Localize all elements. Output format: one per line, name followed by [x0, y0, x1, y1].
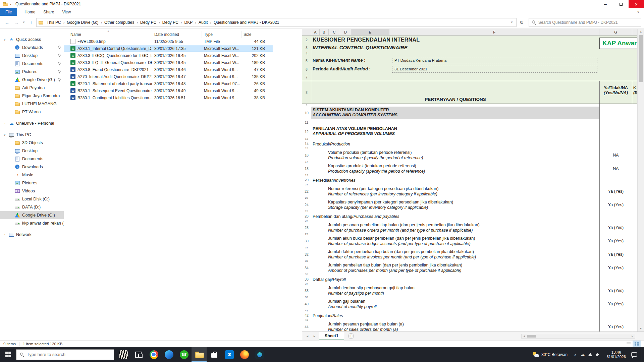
row-number[interactable]: 2 [302, 36, 311, 44]
sidebar-item-documents[interactable]: Documents [0, 155, 64, 163]
row-number[interactable]: 18 [302, 163, 311, 174]
column-header-date-modified[interactable]: Date modified [152, 31, 202, 38]
minimize-button[interactable]: – [598, 0, 613, 8]
sidebar-item-adi-priyatna[interactable]: Adi Priyatna [0, 84, 64, 92]
row-number[interactable]: 32 [302, 249, 311, 260]
row-number[interactable]: 24 [302, 199, 311, 210]
sidebar-item-downloads[interactable]: Downloads [0, 163, 64, 171]
row-number[interactable]: 38 [302, 285, 311, 296]
taskbar-app-chrome[interactable] [146, 347, 161, 362]
sidebar-item-kkp-anwar-dan-rekan-1[interactable]: kkp anwar dan rekan (\\1 [0, 219, 64, 227]
up-button[interactable]: ↑ [27, 18, 36, 27]
sidebar-item-google-drive-g[interactable]: Google Drive (G:) [0, 211, 64, 219]
spreadsheet-column-E[interactable]: E [351, 29, 389, 35]
sheet-nav-right-icon[interactable]: ► [312, 335, 317, 338]
row-number[interactable]: 12 [302, 125, 311, 138]
menu-file[interactable]: File [0, 8, 17, 16]
forward-button[interactable]: → [12, 18, 21, 27]
row-number[interactable]: 42 [302, 312, 311, 319]
column-header-size[interactable]: Size [241, 31, 268, 38]
spreadsheet-column-G[interactable]: G [599, 29, 632, 35]
row-number[interactable]: 28 [302, 222, 311, 233]
back-button[interactable]: ← [3, 18, 11, 27]
spreadsheet-column-B[interactable]: B [320, 29, 329, 35]
row-number[interactable]: 44 [302, 321, 311, 331]
row-number[interactable]: 3 [302, 44, 311, 51]
breadcrumb-separator-icon[interactable]: › [100, 20, 102, 24]
sheet-nav-left-icon[interactable]: ◄ [305, 335, 310, 338]
file-row-a230-1-internal-control-questionnaire-d[interactable]: XA230.1_Internal Control Questionnaire_D… [64, 45, 273, 52]
scroll-down-icon[interactable]: ▼ [638, 326, 644, 331]
column-header-type[interactable]: Type [202, 31, 241, 38]
menu-home[interactable]: Home [20, 8, 39, 16]
row-number[interactable]: 30 [302, 235, 311, 247]
row-number[interactable]: 8 [302, 81, 311, 104]
row-number[interactable]: 16 [302, 149, 311, 161]
taskbar-search-input[interactable] [27, 352, 110, 357]
row-number[interactable]: 10 [302, 107, 311, 119]
sidebar-section-onedrive-personal[interactable]: ›OneDrive - Personal [0, 119, 64, 127]
scroll-right-icon[interactable]: ► [630, 335, 635, 337]
close-button[interactable]: × [629, 0, 644, 8]
row-number[interactable]: 11 [302, 119, 311, 125]
menu-share[interactable]: Share [39, 8, 58, 16]
sheet-tab-sheet1[interactable]: Sheet1 [319, 332, 344, 340]
onedrive-tray-icon[interactable]: ☁ [580, 352, 585, 357]
explorer-search[interactable] [529, 18, 641, 27]
network-icon[interactable] [588, 353, 593, 356]
menu-view[interactable]: View [58, 8, 75, 16]
sidebar-item-pictures[interactable]: Pictures [0, 68, 64, 76]
row-number[interactable]: 5 [302, 56, 311, 65]
sidebar-item-music[interactable]: Music [0, 171, 64, 179]
add-sheet-button[interactable]: + [348, 333, 354, 339]
breadcrumb-item-other-computers[interactable]: Other computers [103, 20, 136, 25]
sidebar-item-google-drive-g[interactable]: Google Drive (G:) [0, 76, 64, 84]
breadcrumb-separator-icon[interactable]: › [210, 20, 212, 24]
taskbar-app-file-explorer[interactable] [192, 347, 207, 362]
chevron-right-icon[interactable]: › [3, 233, 7, 236]
breadcrumb-separator-icon[interactable]: › [136, 20, 138, 24]
search-input[interactable] [538, 20, 638, 25]
breadcrumb-separator-icon[interactable]: › [180, 20, 182, 24]
row-number[interactable]: 20 [302, 176, 311, 184]
row-number[interactable]: 36 [302, 276, 311, 283]
spreadsheet-column-F[interactable]: F [389, 29, 599, 35]
sidebar-item-figar-jaya-samudra[interactable]: Figar Jaya Samudra [0, 92, 64, 100]
notification-center-icon[interactable] [631, 352, 637, 357]
breadcrumb-item-audit[interactable]: Audit [197, 20, 209, 25]
horizontal-scrollbar[interactable]: ◄ ► [521, 334, 635, 339]
sidebar-item-luthfi-magang[interactable]: LUTHFI MAGANG [0, 100, 64, 108]
sidebar-item-3d-objects[interactable]: 3D Objects [0, 139, 64, 147]
row-number[interactable]: 7 [302, 73, 311, 81]
spreadsheet-column-A[interactable]: A [311, 29, 320, 35]
sidebar-section-network[interactable]: ›Network [0, 231, 64, 239]
file-row-a230-8-fraud-questionnaire-dkp2021[interactable]: WA230.8_Fraud Questionnaire_DKP202130/01… [64, 66, 273, 73]
breadcrumb-item-dedy-pc[interactable]: Dedy PC [161, 20, 180, 25]
scroll-up-icon[interactable]: ▲ [638, 29, 644, 35]
file-row-a230-3-itgcq-questionnaire-for-itgc-dk[interactable]: XA230.3-ITGCQ_Questionnaire for ITGC_DK.… [64, 52, 273, 59]
refresh-button[interactable]: ↻ [517, 18, 526, 27]
sidebar-item-downloads[interactable]: Downloads [0, 44, 64, 52]
row-number[interactable]: 34 [302, 262, 311, 274]
file-row-wrl0066-tmp[interactable]: ~WRL0066.tmp11/02/2025 9:55TMP File44 KB [64, 38, 273, 45]
taskbar-app-zebra-shortcut[interactable] [116, 347, 131, 362]
row-number[interactable]: 4 [302, 51, 311, 56]
chevron-right-icon[interactable]: › [3, 122, 7, 125]
scroll-left-icon[interactable]: ◄ [522, 335, 527, 337]
clock[interactable]: 13:46 31/01/2026 [604, 350, 628, 359]
row-number[interactable]: 26 [302, 213, 311, 220]
address-bar[interactable]: This PC›Google Drive (G:)›Other computer… [36, 18, 517, 27]
breadcrumb-item-this-pc[interactable]: This PC [45, 20, 62, 25]
quick-access-toolbar-arrow-icon[interactable]: ▾ [10, 3, 11, 6]
taskbar-search[interactable] [16, 349, 114, 360]
breadcrumb-separator-icon[interactable]: › [195, 20, 197, 24]
sidebar-item-local-disk-c[interactable]: Local Disk (C:) [0, 195, 64, 203]
row-number[interactable]: 6 [302, 65, 311, 73]
taskbar-app-firefox[interactable] [237, 347, 252, 362]
sidebar-item-pictures[interactable]: Pictures [0, 179, 64, 187]
sidebar-item-desktop[interactable]: Desktop [0, 147, 64, 155]
row-number[interactable]: 9 [302, 104, 311, 107]
sidebar-section-quick-access[interactable]: ∨Quick access [0, 36, 64, 44]
sidebar-section-this-pc[interactable]: ∨This PC [0, 131, 64, 139]
maximize-button[interactable] [613, 0, 629, 8]
